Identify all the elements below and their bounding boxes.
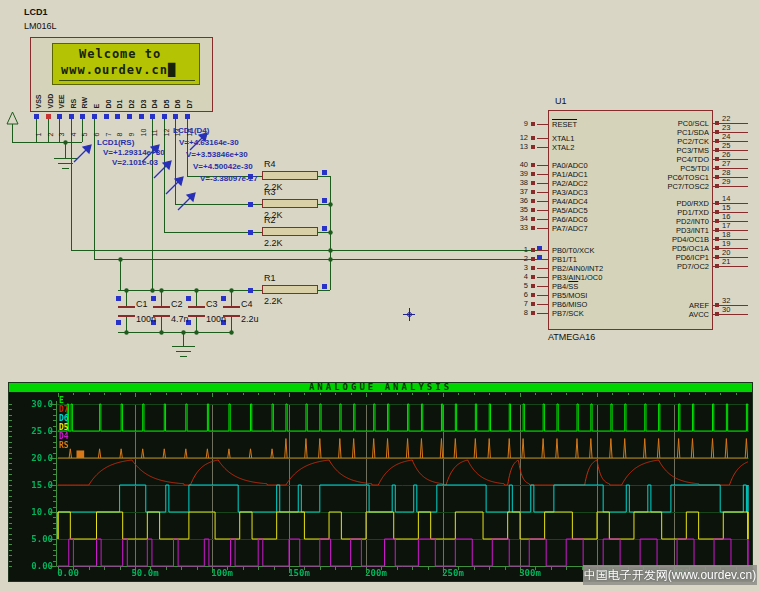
resistor-ref-R1: R1 [264, 273, 276, 283]
mcu-pin-number-3: 3 [510, 263, 528, 272]
mcu-pin-number-17: 17 [722, 221, 744, 230]
lcd-pin-label-D7: D7 [186, 87, 193, 109]
mcu-pin-number-21: 21 [722, 257, 744, 266]
mcu-pin-number-8: 8 [510, 308, 528, 317]
mcu-pin-stub-4 [537, 277, 548, 278]
mcu-pin-pad-27 [715, 166, 719, 170]
y-axis-tick-20.0: 20.0 [17, 453, 53, 463]
mcu-pin-pad-14 [715, 201, 719, 205]
graph-title-bar[interactable]: ANALOGUE ANALYSIS [9, 383, 752, 393]
probe-label-rs[interactable]: LCD1(RS) [97, 138, 134, 147]
resistor-R3[interactable] [262, 199, 318, 208]
mcu-pin-number-19: 19 [722, 239, 744, 248]
legend-item-D7: D7 [59, 406, 69, 414]
capacitor-value-C3: 100n [206, 314, 226, 324]
probe-value-d4-2: V=+3.53846e+30 [186, 150, 248, 159]
resistor-ref-R4: R4 [264, 159, 276, 169]
y-axis-tick-15.0: 15.0 [17, 480, 53, 490]
lcd-pin-number-11: 11 [151, 115, 158, 137]
probe-value-d4-4: V=-3.38097e-27 [200, 174, 258, 183]
mcu-pin-stub-1 [537, 250, 548, 251]
mcu-pin-number-5: 5 [510, 281, 528, 290]
mcu-pin-number-16: 16 [722, 212, 744, 221]
mcu-pin-pad-29 [715, 184, 719, 188]
mcu-pin-stub-3 [537, 268, 548, 269]
mcu-pin-number-29: 29 [722, 177, 744, 186]
resistor-ref-R3: R3 [264, 187, 276, 197]
mcu-pin-number-14: 14 [722, 194, 744, 203]
lcd-pin-number-4: 4 [70, 115, 77, 137]
mcu-pin-stub-40 [537, 165, 548, 166]
capacitor-value-C2: 4.7n [171, 314, 189, 324]
lcd-pin-number-9: 9 [128, 115, 135, 137]
mcu-pin-pad-1 [531, 248, 535, 252]
lcd-pin-number-3: 3 [58, 115, 65, 137]
mcu-pin-label-6: PB5/MOSI [552, 291, 587, 300]
mcu-pin-pad-19 [715, 246, 719, 250]
mcu-pin-pad-20 [715, 255, 719, 259]
x-axis-tick-300m: 300m [512, 568, 548, 578]
mcu-pin-number-4: 4 [510, 272, 528, 281]
mcu-pin-stub-12 [537, 138, 548, 139]
mcu-pin-number-37: 37 [510, 187, 528, 196]
lcd-pin-label-D6: D6 [174, 87, 181, 109]
mcu-pin-label-18: PD4/OC1B [552, 235, 709, 244]
lcd-pin-number-5: 5 [81, 115, 88, 137]
mcu-pin-label-29: PC7/TOSC2 [552, 182, 709, 191]
mcu-pin-number-25: 25 [722, 141, 744, 150]
mcu-pin-number-39: 39 [510, 169, 528, 178]
mcu-pin-number-12: 12 [510, 133, 528, 142]
graph-plot-canvas[interactable] [9, 393, 752, 581]
mcu-pin-pad-37 [531, 190, 535, 194]
mcu-pin-number-23: 23 [722, 123, 744, 132]
mcu-pin-number-26: 26 [722, 150, 744, 159]
mcu-pin-number-38: 38 [510, 178, 528, 187]
crosshair-cursor-icon [403, 308, 415, 321]
analogue-analysis-graph[interactable]: ANALOGUE ANALYSIS 0.005.0010.015.020.025… [8, 382, 753, 582]
mcu-pin-number-33: 33 [510, 223, 528, 232]
lcd-pin-number-8: 8 [116, 115, 123, 137]
power-terminal-icon[interactable] [7, 112, 18, 124]
mcu-pin-pad-22 [715, 121, 719, 125]
mcu-pin-pad-8 [531, 311, 535, 315]
lcd-pin-label-VSS: VSS [35, 87, 42, 109]
mcu-pin-pad-25 [715, 148, 719, 152]
mcu-pin-stub-38 [537, 183, 548, 184]
lcd-screen-line2: www.ourdev.cn█ [61, 63, 176, 77]
resistor-R1[interactable] [262, 285, 318, 294]
mcu-pin-pad-33 [531, 226, 535, 230]
capacitor-value-C4: 2.2u [241, 314, 259, 324]
mcu-pin-stub-2 [537, 259, 548, 260]
mcu-pin-stub-36 [537, 201, 548, 202]
mcu-pin-label-30: AVCC [552, 310, 709, 319]
mcu-model-label: ATMEGA16 [548, 332, 595, 342]
x-axis-tick-150m: 150m [281, 568, 317, 578]
mcu-pin-number-34: 34 [510, 214, 528, 223]
mcu-pin-number-28: 28 [722, 168, 744, 177]
mcu-pin-label-19: PD5/OC1A [552, 244, 709, 253]
probe-value-rs-2: V=2.101e-03 [112, 158, 158, 167]
mcu-pin-stub-7 [537, 304, 548, 305]
lcd-pin-label-RS: RS [70, 87, 77, 109]
mcu-pin-label-14: PD0/RXD [552, 199, 709, 208]
mcu-pin-label-21: PD7/OC2 [552, 262, 709, 271]
mcu-pin-pad-5 [531, 284, 535, 288]
capacitor-ref-C3: C3 [206, 299, 218, 309]
probe-label-d4[interactable]: LCD1(D4) [173, 126, 209, 135]
lcd-pin-label-D0: D0 [105, 87, 112, 109]
lcd-pin-label-D2: D2 [128, 87, 135, 109]
resistor-R4[interactable] [262, 171, 318, 180]
mcu-pin-stub-39 [537, 174, 548, 175]
resistor-R2[interactable] [262, 227, 318, 236]
mcu-pin-number-13: 13 [510, 142, 528, 151]
probe-value-d4-1: V=+4.63164e-30 [179, 138, 239, 147]
x-axis-tick-0.00: 0.00 [50, 568, 86, 578]
mcu-pin-pad-7 [531, 302, 535, 306]
mcu-pin-pad-12 [531, 136, 535, 140]
mcu-pin-number-35: 35 [510, 205, 528, 214]
mcu-pin-pad-39 [531, 172, 535, 176]
lcd-pin-label-VEE: VEE [58, 87, 65, 109]
mcu-pin-number-36: 36 [510, 196, 528, 205]
mcu-pin-label-27: PC5/TDI [552, 164, 709, 173]
mcu-pin-label-22: PC0/SCL [552, 119, 709, 128]
